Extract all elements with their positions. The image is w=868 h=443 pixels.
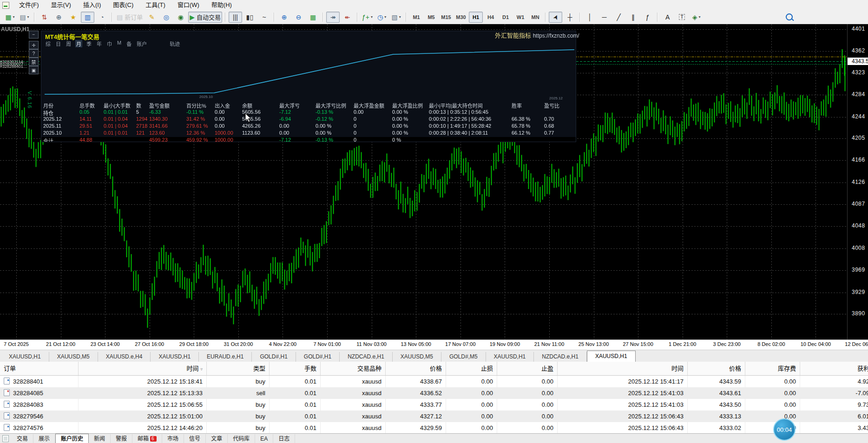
strategy-tester-button[interactable]: ◔ xyxy=(95,12,109,23)
stats-tab-账户[interactable]: 账户 xyxy=(136,40,148,47)
bottom-tab-邮箱[interactable]: 邮箱6 xyxy=(132,434,162,443)
stats-tab-trajectory[interactable]: 轨迹 xyxy=(169,40,181,47)
history-col-10[interactable]: 库存费 xyxy=(745,362,800,375)
chart-tab-6[interactable]: GOLD#,H1 xyxy=(296,352,340,362)
indicators-button[interactable]: ƒ+▾ xyxy=(361,12,374,23)
templates-button[interactable]: ▧▾ xyxy=(389,12,403,23)
stats-tab-日[interactable]: 日 xyxy=(55,40,62,47)
chart-tab-1[interactable]: XAUUSD,M5 xyxy=(49,352,98,362)
bottom-tab-日志[interactable]: 日志 xyxy=(273,434,295,443)
move-icon[interactable]: ✛ xyxy=(29,41,39,49)
stats-tab-综[interactable]: 综 xyxy=(45,40,52,47)
history-col-8[interactable]: 时间 xyxy=(558,362,688,375)
text-button[interactable]: A xyxy=(661,12,674,23)
menu-item-4[interactable]: 工具(T) xyxy=(139,0,171,10)
timeframe-M1[interactable]: M1 xyxy=(409,12,423,23)
chart-tab-5[interactable]: GOLD#,H1 xyxy=(252,352,296,362)
channel-button[interactable]: ∥ xyxy=(626,12,640,23)
timeframe-M15[interactable]: M15 xyxy=(439,12,453,23)
bottom-tab-警报[interactable]: 警报 xyxy=(111,434,132,443)
periods-button[interactable]: ◷▾ xyxy=(375,12,388,23)
chart-shift-button[interactable]: ↞ xyxy=(341,12,354,23)
cursor-button[interactable]: ➤ xyxy=(549,12,562,23)
history-col-6[interactable]: 止损 xyxy=(446,362,497,375)
history-row[interactable]: 3282840832025.12.12 15:06:55buy0.01xauus… xyxy=(0,399,868,410)
history-row[interactable]: 3282795462025.12.12 15:01:00buy0.01xauus… xyxy=(0,410,868,422)
history-col-11[interactable]: 获利 xyxy=(800,362,868,375)
vline-button[interactable]: │ xyxy=(583,12,597,23)
candlestick-button[interactable]: ▮▯ xyxy=(243,12,256,23)
autotrade-button[interactable]: ▶自动交易 xyxy=(188,12,222,23)
price-axis[interactable]: 4401436243234284424442054166412640874048… xyxy=(847,24,868,339)
history-col-4[interactable]: 交易品种 xyxy=(321,362,386,375)
community-button[interactable]: ◎ xyxy=(159,12,173,23)
menu-item-6[interactable]: 帮助(H) xyxy=(205,0,238,10)
disable-icon[interactable]: 禁 xyxy=(29,58,39,66)
help-icon[interactable]: ? xyxy=(29,49,39,58)
timeframe-H1[interactable]: H1 xyxy=(469,12,483,23)
metaeditor-button[interactable]: ✎ xyxy=(145,12,158,23)
chart-tab-0[interactable]: XAUUSD,H1 xyxy=(1,352,49,362)
chart-tab-2[interactable]: XAUUSD.e,H4 xyxy=(98,352,151,362)
chart-tab-9[interactable]: GOLD#,M5 xyxy=(441,352,486,362)
stats-tab-周[interactable]: 周 xyxy=(65,40,72,47)
menu-item-3[interactable]: 图表(C) xyxy=(107,0,139,10)
stats-tab-月[interactable]: 月 xyxy=(75,40,82,47)
terminal-button[interactable]: ▥ xyxy=(81,12,94,23)
timeframe-M30[interactable]: M30 xyxy=(454,12,468,23)
chart-tab-4[interactable]: EURAUD.e,H1 xyxy=(199,352,252,362)
timeframe-MN[interactable]: MN xyxy=(528,12,542,23)
history-col-1[interactable]: 时间▿ xyxy=(79,362,207,375)
history-col-0[interactable]: 订单 xyxy=(0,362,79,375)
market-button[interactable]: ◉ xyxy=(174,12,187,23)
market-watch-button[interactable]: ⇅ xyxy=(38,12,51,23)
bottom-tab-代码库[interactable]: 代码库 xyxy=(228,434,255,443)
minimize-button[interactable]: − xyxy=(29,31,39,39)
zoom-in-button[interactable]: ⊕ xyxy=(277,12,291,23)
fibonacci-button[interactable]: ƒ xyxy=(641,12,654,23)
bottom-tab-交易[interactable]: 交易 xyxy=(12,434,33,443)
chart-tab-11[interactable]: NZDCAD.e,H1 xyxy=(534,352,587,362)
timeframe-W1[interactable]: W1 xyxy=(513,12,527,23)
history-col-7[interactable]: 止盈 xyxy=(497,362,558,375)
stats-tab-M[interactable]: M xyxy=(116,40,122,47)
popout-icon[interactable]: ▣ xyxy=(29,66,39,74)
stats-tab-季[interactable]: 季 xyxy=(85,40,92,47)
chart-tab-7[interactable]: NZDCAD.e,H1 xyxy=(340,352,393,362)
bottom-tab-市场[interactable]: 市场 xyxy=(162,434,184,443)
time-axis[interactable]: 7 Oct 202521 Oct 12:0023 Oct 14:0027 Oct… xyxy=(0,339,868,350)
brand-url[interactable]: https://fxznzb.com/ xyxy=(533,33,579,39)
bar-chart-button[interactable]: ||| xyxy=(229,12,242,23)
profiles-button[interactable]: ▤▾ xyxy=(18,12,31,23)
text-label-button[interactable]: T xyxy=(675,12,689,23)
bottom-tab-新闻[interactable]: 新闻 xyxy=(89,434,111,443)
navigator-button[interactable]: ★ xyxy=(66,12,80,23)
bottom-tab-信号[interactable]: 信号 xyxy=(184,434,206,443)
arrows-button[interactable]: ◈▾ xyxy=(690,12,703,23)
zoom-out-button[interactable]: ⊖ xyxy=(292,12,305,23)
menu-item-5[interactable]: 窗口(W) xyxy=(171,0,205,10)
history-row[interactable]: 3282840852025.12.12 15:13:33sell0.01xauu… xyxy=(0,387,868,399)
stats-tab-备[interactable]: 备 xyxy=(125,40,132,47)
stats-tab-巾[interactable]: 巾 xyxy=(106,40,113,47)
chart-tab-12[interactable]: XAUUSD,H1 xyxy=(587,351,636,362)
menu-item-1[interactable]: 显示(V) xyxy=(45,0,77,10)
trendline-button[interactable]: ╱ xyxy=(612,12,625,23)
menu-item-2[interactable]: 插入(I) xyxy=(77,0,107,10)
history-row[interactable]: 3282745762025.12.12 14:46:20buy0.01xauus… xyxy=(0,422,868,433)
timeframe-D1[interactable]: D1 xyxy=(499,12,513,23)
crosshair-button[interactable]: ┼ xyxy=(563,12,577,23)
bottom-tab-账户历史[interactable]: 账户历史 xyxy=(55,434,89,443)
search-button[interactable] xyxy=(783,12,796,23)
bottom-tab-EA[interactable]: EA xyxy=(255,434,273,443)
history-row[interactable]: 3282884012025.12.12 15:18:41buy0.01xauus… xyxy=(0,376,868,387)
line-chart-button[interactable]: ~ xyxy=(257,12,271,23)
menu-item-0[interactable]: 文件(F) xyxy=(13,0,45,10)
bottom-tab-文章[interactable]: 文章 xyxy=(206,434,228,443)
chart-tab-8[interactable]: XAUUSD,M5 xyxy=(393,352,441,362)
history-col-9[interactable]: 价格 xyxy=(688,362,745,375)
data-window-button[interactable]: ⊕ xyxy=(52,12,66,23)
new-chart-button[interactable]: ▦▾ xyxy=(3,12,17,23)
chart-tab-3[interactable]: XAUUSD,H1 xyxy=(151,352,199,362)
history-col-5[interactable]: 价格 xyxy=(386,362,446,375)
